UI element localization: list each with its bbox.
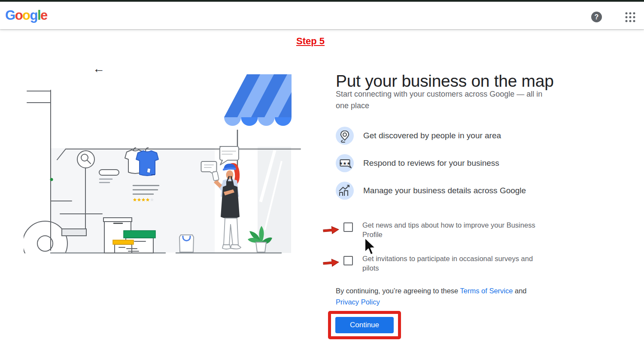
insights-chart-icon-row: Manage your business details across Goog…: [336, 182, 576, 200]
page: Google ? Step 5 ←: [0, 0, 644, 353]
terms-prefix: By continuing, you’re agreeing to these: [336, 287, 460, 295]
logo-letter: G: [5, 8, 15, 23]
feature-row: Get discovered by people in your area: [336, 127, 576, 145]
reviews-icon: ★★★: [336, 154, 354, 172]
annotation-box: Continue: [328, 311, 401, 339]
logo-letter: o: [22, 8, 30, 23]
logo-letter: g: [30, 8, 37, 23]
apps-grid-icon[interactable]: [625, 12, 636, 23]
surveys-checkbox[interactable]: [343, 256, 353, 265]
red-arrow-annotation: [322, 225, 340, 235]
feature-label: Get discovered by people in your area: [363, 131, 501, 140]
logo-letter: l: [37, 8, 40, 23]
header-bar: Google ?: [0, 2, 644, 29]
google-logo[interactable]: Google: [5, 8, 47, 23]
help-icon[interactable]: ?: [591, 12, 602, 22]
red-arrow-annotation: [322, 258, 340, 268]
privacy-policy-link[interactable]: Privacy Policy: [336, 298, 380, 306]
location-pin-icon: [336, 127, 354, 145]
logo-letter: e: [40, 8, 47, 23]
page-title: Put your business on the map: [336, 72, 576, 91]
terms-text: By continuing, you’re agreeing to these …: [336, 286, 538, 307]
news-checkbox[interactable]: [343, 222, 353, 232]
continue-button[interactable]: Continue: [335, 317, 394, 333]
optin-label: Get invitations to participate in occasi…: [362, 254, 545, 273]
mouse-cursor: [363, 237, 376, 257]
optin-label: Get news and tips about how to improve y…: [362, 220, 545, 240]
reviews-icon-stars: ★★★: [339, 161, 351, 166]
feature-row: ★★★ Respond to reviews for your business: [336, 154, 576, 172]
terms-of-service-link[interactable]: Terms of Service: [460, 287, 513, 295]
step-annotation: Step 5: [280, 36, 340, 47]
feature-list: Get discovered by people in your area ★★…: [336, 127, 576, 209]
feature-label: Respond to reviews for your business: [363, 158, 499, 168]
logo-letter: o: [15, 8, 22, 23]
terms-conj: and: [513, 287, 526, 295]
insights-chart-icon: [336, 182, 354, 200]
feature-label: Manage your business details across Goog…: [363, 186, 526, 195]
page-subtitle: Start connecting with your customers acr…: [336, 88, 553, 112]
optin-news-row[interactable]: Get news and tips about how to improve y…: [343, 220, 545, 240]
storefront-illustration: [24, 73, 303, 260]
